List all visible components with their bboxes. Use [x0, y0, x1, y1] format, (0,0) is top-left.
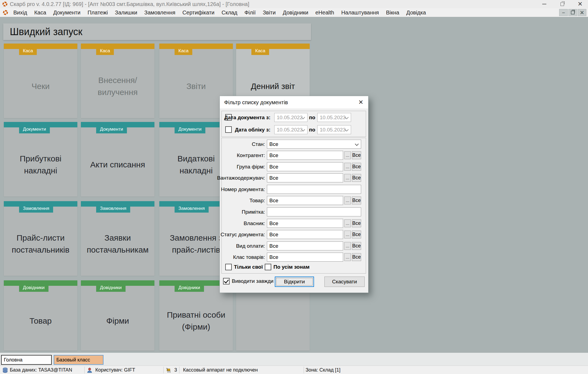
menu-item-sertyfikaty[interactable]: Сертифікати	[179, 8, 218, 17]
tile-label: Заявки постачальникам	[84, 216, 151, 272]
always-show-label: Виводити завжди	[232, 278, 273, 284]
date-accounting-checkbox[interactable]	[225, 126, 232, 133]
lookup-all-button[interactable]: Все	[352, 219, 361, 227]
tile-cheky[interactable]: Каса Чеки	[4, 44, 77, 118]
tile-strip	[236, 44, 310, 49]
tile-category-tag: Документи	[96, 125, 127, 133]
tile-akty-spysannia[interactable]: Документи Акти списання	[81, 122, 154, 197]
tile-category-tag: Каса	[251, 47, 269, 55]
field-label: Клас товарів:	[233, 253, 265, 262]
tile-vnesennia-vyluchennia[interactable]: Каса Внесення/вилучення	[81, 44, 154, 118]
open-button[interactable]: Відкрити	[275, 277, 314, 287]
date-accounting-to[interactable]: 10.05.2023	[317, 125, 351, 134]
lookup-all-button[interactable]: Все	[352, 253, 361, 261]
field-label: Вид оплати:	[236, 241, 265, 250]
field-label: Статус документа:	[221, 230, 265, 239]
lookup-dots-button[interactable]: ...	[344, 174, 351, 182]
lookup-all-button[interactable]: Все	[352, 242, 361, 250]
date-between-label: по	[308, 125, 316, 134]
lookup-all-button[interactable]: Все	[352, 231, 361, 238]
menu-item-vikna[interactable]: Вікна	[382, 8, 403, 17]
menu-item-sklad[interactable]: Склад	[218, 8, 241, 17]
restore-icon	[560, 2, 564, 6]
vyd-oplaty-input[interactable]	[267, 241, 343, 250]
menu-item-vykhid[interactable]: Вихід	[10, 8, 31, 17]
app-logo-icon	[2, 1, 8, 7]
hrupa-firm-input[interactable]	[267, 162, 343, 171]
restore-button[interactable]	[556, 0, 568, 8]
lookup-dots-button[interactable]: ...	[344, 151, 351, 159]
menu-item-zalyshky[interactable]: Залишки	[111, 8, 141, 17]
lookup-dots-button[interactable]: ...	[344, 231, 351, 238]
lookup-all-button[interactable]: Все	[352, 174, 361, 182]
lookup-all-button[interactable]: Все	[352, 197, 361, 204]
only-own-checkbox[interactable]	[225, 264, 232, 270]
status-bar: База даних: TASA3@TITAN Користувач: GIFT…	[0, 366, 588, 374]
minimize-button[interactable]	[538, 0, 550, 8]
always-show-checkbox[interactable]	[223, 278, 230, 284]
kontragent-input[interactable]	[267, 151, 343, 160]
tile-tovar[interactable]: Довідники Товар	[4, 280, 77, 351]
tile-prais-lysty-postachalnykiv[interactable]: Замовлення Прайс-листи постачальників	[4, 201, 77, 276]
tile-zaiavky-postachalnykam[interactable]: Замовлення Заявки постачальникам	[81, 201, 154, 276]
prymitka-input[interactable]	[267, 207, 361, 216]
lookup-dots-button[interactable]: ...	[344, 242, 351, 250]
dialog-title: Фільтр списку документів	[224, 96, 288, 109]
status-zone: Зона: Склад [1]	[306, 366, 340, 374]
stan-combobox[interactable]	[267, 140, 361, 149]
vlasnyk-input[interactable]	[267, 219, 343, 228]
menu-item-kasa[interactable]: Каса	[31, 8, 50, 17]
menu-item-zamovlennia[interactable]: Замовлення	[141, 8, 179, 17]
only-own-label: Тільки свої	[234, 263, 263, 271]
date-document-from[interactable]: 10.05.2022	[274, 113, 307, 122]
stan-row: Стан:	[220, 140, 368, 149]
lookup-all-button[interactable]: Все	[352, 151, 361, 159]
tile-firmy[interactable]: Довідники Фірми	[81, 280, 154, 351]
lookup-dots-button[interactable]: ...	[344, 253, 351, 261]
close-button[interactable]: ✕	[574, 0, 586, 8]
menu-item-dovidka[interactable]: Довідка	[403, 8, 429, 17]
mdi-restore-button[interactable]	[568, 9, 577, 16]
hrupa-firm-row: Група фірм: ... Все	[220, 162, 368, 171]
field-label: Група фірм:	[237, 162, 265, 171]
tab-bazovyi-klass[interactable]: Базовый класс	[54, 355, 103, 365]
menu-item-dovidnyky[interactable]: Довідники	[279, 8, 312, 17]
vantazhooderzhuvach-input[interactable]	[267, 173, 343, 182]
status-cash-message: Кассовый аппарат не подключен	[183, 366, 258, 374]
menu-item-platezhi[interactable]: Платежі	[84, 8, 111, 17]
tile-label: Приватні особи (Фірми)	[163, 295, 230, 347]
status-user: Користувач: GIFT	[95, 366, 135, 374]
lookup-dots-button[interactable]: ...	[344, 163, 351, 171]
menu-item-filii[interactable]: Філії	[241, 8, 259, 17]
field-label: Стан:	[252, 140, 265, 149]
lookup-dots-button[interactable]: ...	[344, 197, 351, 204]
tile-category-tag: Замовлення	[19, 204, 53, 213]
mdi-minimize-button[interactable]: –	[559, 9, 568, 16]
tovar-row: Товар: ... Все	[220, 196, 368, 205]
date-document-label: Дата документа з:	[224, 113, 270, 122]
tab-holovna[interactable]: Головна	[1, 355, 52, 365]
date-document-to[interactable]: 10.05.2023	[317, 113, 351, 122]
tovar-input[interactable]	[267, 196, 343, 205]
field-label: Вантажоодержувач:	[217, 173, 265, 182]
status-separator	[304, 367, 304, 373]
lookup-all-button[interactable]: Все	[352, 163, 361, 171]
status-dokumenta-input[interactable]	[267, 230, 343, 239]
date-accounting-from[interactable]: 10.05.2023	[274, 125, 307, 134]
dialog-close-icon[interactable]: ✕	[356, 97, 366, 108]
nomer-dokumenta-input[interactable]	[267, 185, 361, 194]
tile-strip	[81, 44, 154, 49]
menu-item-nalashtuvannia[interactable]: Налаштування	[338, 8, 382, 17]
status-count: 3	[174, 366, 177, 374]
mdi-close-button[interactable]: ✕	[578, 9, 586, 16]
menu-item-zvity[interactable]: Звіти	[259, 8, 279, 17]
klas-tovariv-input[interactable]	[267, 253, 343, 262]
menu-item-ehealth[interactable]: eHealth	[312, 8, 338, 17]
menu-item-dokumenty[interactable]: Документи	[50, 8, 84, 17]
all-zones-checkbox[interactable]	[265, 264, 271, 270]
lookup-dots-button[interactable]: ...	[344, 219, 351, 227]
date-document-row: Дата документа з: 10.05.2022 по 10.05.20…	[220, 113, 368, 122]
tile-prybutkovi-nakladni[interactable]: Документи Прибуткові накладні	[4, 122, 77, 197]
cancel-button[interactable]: Скасувати	[324, 277, 365, 287]
menu-bar: Вихід Каса Документи Платежі Залишки Зам…	[0, 8, 588, 17]
